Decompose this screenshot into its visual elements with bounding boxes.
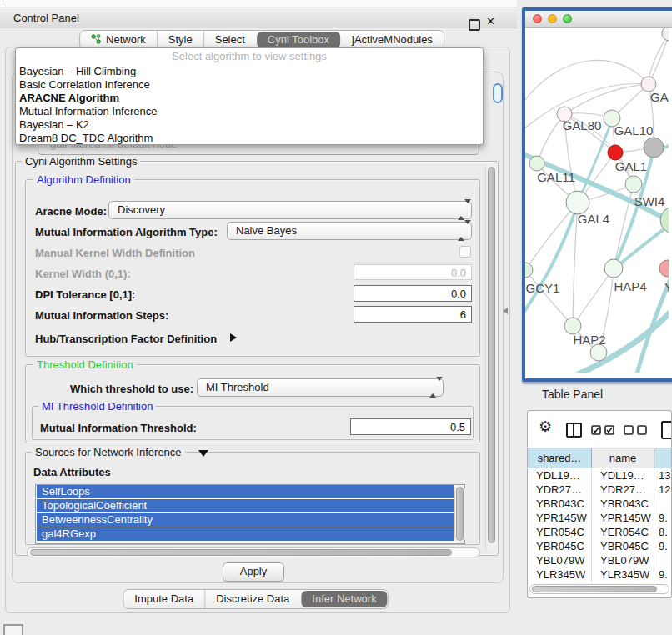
split-columns-icon[interactable]: [566, 422, 582, 438]
which-threshold-combobox[interactable]: MI Threshold: [197, 378, 444, 397]
mi-steps-field[interactable]: 6: [354, 306, 472, 322]
table-cell: YER054C: [528, 525, 592, 539]
mi-type-combobox[interactable]: Naive Bayes: [227, 222, 472, 240]
settings-hscrollbar-thumb[interactable]: [30, 549, 452, 556]
data-attributes-list[interactable]: SelfLoopsTopologicalCoefficientBetweenne…: [35, 484, 465, 544]
close-icon[interactable]: ✕: [486, 15, 495, 28]
window-zoom-icon[interactable]: [563, 14, 572, 23]
network-edge[interactable]: [537, 114, 564, 163]
table-cell: YBR043C: [528, 497, 592, 511]
table-row[interactable]: YPR145WYPR145W9.: [528, 511, 671, 525]
cyni-algorithm-settings-label: Cyni Algorithm Settings: [22, 155, 140, 168]
threshold-definition-label: Threshold Definition: [33, 358, 137, 371]
aracne-mode-combobox[interactable]: Discovery: [108, 201, 472, 219]
algorithm-dropdown-popup: Select algorithm to view settings Bayesi…: [15, 48, 484, 145]
table-cell: YDR27…: [528, 482, 592, 497]
network-node[interactable]: [566, 191, 589, 214]
float-window-icon[interactable]: [469, 19, 480, 31]
network-node[interactable]: [590, 344, 607, 361]
window-minimize-icon[interactable]: [548, 14, 557, 23]
manual-kernel-label: Manual Kernel Width Definition: [35, 247, 195, 259]
apply-button[interactable]: Apply: [223, 562, 284, 582]
settings-scrollbar-thumb[interactable]: [488, 167, 495, 543]
network-node[interactable]: [529, 156, 544, 171]
kernel-width-field[interactable]: 0.0: [354, 264, 472, 280]
algorithm-option[interactable]: ARACNE Algorithm: [16, 92, 483, 105]
tab-impute-data-label: Impute Data: [134, 592, 193, 605]
table-row[interactable]: YBL079WYBL079W: [528, 553, 671, 568]
dpi-tolerance-value: 0.0: [354, 286, 471, 300]
column-header-name[interactable]: name: [592, 448, 654, 468]
mi-threshold-group-label: MI Threshold Definition: [38, 400, 156, 412]
mi-type-value: Naive Bayes: [236, 222, 297, 239]
node-label: HAP2: [573, 332, 605, 347]
table-row[interactable]: YDL19…YDL19…13: [528, 468, 671, 482]
new-table-icon[interactable]: [661, 421, 672, 439]
control-panel-title: Control Panel: [13, 12, 79, 24]
network-edge[interactable]: [649, 33, 669, 84]
settings-scrollbar-track[interactable]: [485, 163, 497, 552]
sash-collapse-icon[interactable]: [503, 308, 508, 314]
network-node[interactable]: [625, 176, 642, 192]
table-hscrollbar-thumb[interactable]: [532, 586, 657, 592]
window-close-icon[interactable]: [533, 14, 542, 23]
tab-discretize-data[interactable]: Discretize Data: [204, 590, 300, 608]
network-edge[interactable]: [525, 202, 578, 270]
table-row[interactable]: YBR043CYBR043C: [528, 497, 671, 511]
tab-style-label: Style: [168, 33, 193, 46]
attribute-list-item[interactable]: BetweennessCentrality: [37, 513, 454, 527]
attribute-list-item[interactable]: TopologicalCoefficient: [37, 499, 454, 512]
data-attributes-label: Data Attributes: [33, 466, 111, 478]
collapse-arrow-icon[interactable]: [198, 450, 208, 457]
network-node[interactable]: [564, 318, 581, 334]
network-node[interactable]: [608, 145, 623, 160]
attribute-list-item[interactable]: SelfLoops: [37, 485, 454, 498]
tab-cyni-toolbox[interactable]: Cyni Toolbox: [257, 32, 340, 48]
network-node[interactable]: [662, 28, 669, 41]
tab-cyni-toolbox-label: Cyni Toolbox: [268, 33, 329, 46]
algorithm-option[interactable]: Mutual Information Inference: [16, 105, 483, 118]
table-cell: YLR345W: [528, 568, 592, 582]
column-header-shared-name[interactable]: shared…: [528, 448, 592, 468]
minimized-panel-icon[interactable]: [3, 624, 23, 635]
algorithm-option[interactable]: Bayesian – Hill Climbing: [16, 65, 483, 78]
attribute-list-item[interactable]: gal4RGexp: [37, 528, 454, 541]
gear-icon[interactable]: ⚙: [539, 419, 552, 434]
network-node[interactable]: [604, 259, 623, 278]
table-hscrollbar-track[interactable]: [529, 584, 669, 594]
network-edge[interactable]: [649, 33, 669, 84]
expand-arrow-icon[interactable]: [230, 333, 237, 342]
manual-kernel-checkbox[interactable]: [459, 246, 471, 258]
table-row[interactable]: YBR045CYBR045C9.: [528, 539, 671, 553]
network-edge[interactable]: [573, 268, 614, 326]
network-view-window[interactable]: GALGAL80GAL10GAL1GAL11GAL4SWI4GCY1HAP4YH…: [522, 8, 672, 382]
algorithm-option[interactable]: Bayesian – K2: [16, 118, 483, 132]
deselect-all-checkboxes-icon[interactable]: [624, 425, 649, 435]
network-node[interactable]: [644, 138, 664, 158]
settings-hscrollbar-track[interactable]: [27, 548, 480, 558]
node-label: GAL80: [563, 118, 602, 132]
table-row[interactable]: YDR27…YDR27…12: [528, 482, 671, 497]
network-canvas[interactable]: GALGAL80GAL10GAL1GAL11GAL4SWI4GCY1HAP4YH…: [525, 28, 669, 372]
network-node[interactable]: [659, 260, 669, 277]
dpi-tolerance-field[interactable]: 0.0: [354, 285, 472, 302]
attributes-scrollbar-track[interactable]: [454, 485, 465, 543]
table-cell: 9.: [654, 568, 672, 582]
algorithm-option[interactable]: Dream8 DC_TDC Algorithm: [16, 132, 483, 145]
algorithm-option[interactable]: Basic Correlation Inference: [16, 78, 483, 92]
network-edge[interactable]: [564, 84, 649, 114]
mi-threshold-field[interactable]: 0.5: [350, 418, 471, 435]
column-header-partial[interactable]: [654, 448, 672, 468]
table-hscrollbar[interactable]: [528, 583, 671, 596]
attributes-scrollbar-thumb[interactable]: [456, 487, 464, 541]
network-window-titlebar[interactable]: [525, 11, 672, 28]
tab-infer-network[interactable]: Infer Network: [301, 591, 387, 608]
network-node[interactable]: [525, 262, 533, 278]
select-all-checkboxes-icon[interactable]: [591, 425, 616, 435]
table-row[interactable]: YLR345WYLR345W9.: [528, 568, 671, 582]
hub-section-label: Hub/Transcription Factor Definition: [35, 332, 217, 345]
table-cell: YDL19…: [528, 468, 592, 482]
algorithm-popup-items: Bayesian – Hill ClimbingBasic Correlatio…: [16, 65, 483, 145]
table-row[interactable]: YER054CYER054C8.: [528, 525, 671, 539]
tab-impute-data[interactable]: Impute Data: [123, 590, 204, 608]
